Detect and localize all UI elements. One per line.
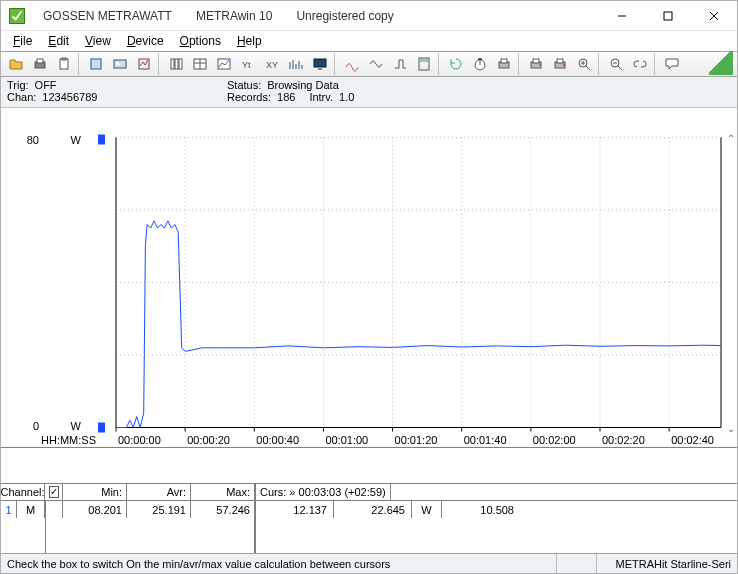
maximize-button[interactable]	[645, 1, 691, 31]
chart-svg: 800WW⌃⌄00:00:0000:00:2000:00:4000:01:000…	[1, 108, 737, 483]
menu-file[interactable]: File	[5, 33, 40, 49]
row-checkbox[interactable]	[45, 501, 63, 518]
calculator-icon[interactable]	[413, 53, 435, 75]
logger-icon[interactable]	[133, 53, 155, 75]
minimize-button[interactable]	[599, 1, 645, 31]
svg-text:HH:MM:SS: HH:MM:SS	[41, 434, 96, 446]
curs-c3: 10.508	[442, 501, 520, 518]
clipboard-icon[interactable]	[53, 53, 75, 75]
menu-bar: File Edit View Device Options Help	[1, 31, 737, 51]
menu-options[interactable]: Options	[172, 33, 229, 49]
fft-icon[interactable]	[285, 53, 307, 75]
status-bar: Check the box to switch On the min/avr/m…	[1, 553, 737, 573]
menu-view[interactable]: View	[77, 33, 119, 49]
zoom-in-icon[interactable]	[573, 53, 595, 75]
printer3-icon[interactable]	[549, 53, 571, 75]
svg-rect-65	[98, 423, 105, 433]
stopwatch-icon[interactable]	[469, 53, 491, 75]
toolbar: YtXY	[1, 51, 737, 77]
svg-text:00:01:00: 00:01:00	[325, 434, 368, 446]
chart-icon[interactable]	[213, 53, 235, 75]
svg-text:00:00:40: 00:00:40	[256, 434, 299, 446]
refresh-icon[interactable]	[445, 53, 467, 75]
svg-rect-27	[478, 58, 482, 60]
table-icon[interactable]	[189, 53, 211, 75]
app-icon	[9, 8, 25, 24]
link-icon[interactable]	[629, 53, 651, 75]
svg-text:W: W	[71, 420, 82, 432]
resize-grip-icon	[709, 51, 733, 75]
row-index: 1	[1, 501, 17, 518]
svg-text:Yt: Yt	[242, 60, 251, 70]
wave-icon[interactable]	[365, 53, 387, 75]
svg-line-41	[618, 66, 622, 70]
intrv-label: Intrv.	[309, 91, 333, 103]
svg-text:⌄: ⌄	[727, 423, 735, 434]
cursor-row: 12.137 22.645 W 10.508	[256, 501, 737, 518]
system-icon[interactable]	[109, 53, 131, 75]
printer1-icon[interactable]	[493, 53, 515, 75]
monitor-icon[interactable]	[309, 53, 331, 75]
device-icon[interactable]	[85, 53, 107, 75]
curs-c2-unit: W	[412, 501, 442, 518]
status-message: Check the box to switch On the min/avr/m…	[1, 554, 557, 573]
data-table: Channel: ✓ Min: Avr: Max: 1 M 08.201 25.…	[1, 483, 737, 553]
svg-text:00:00:00: 00:00:00	[118, 434, 161, 446]
close-button[interactable]	[691, 1, 737, 31]
svg-text:XY: XY	[266, 60, 278, 70]
svg-rect-29	[501, 59, 507, 63]
columns-icon[interactable]	[165, 53, 187, 75]
records-value: 186	[277, 91, 295, 103]
row-unit: M	[17, 501, 45, 518]
col-checkbox[interactable]: ✓	[45, 484, 63, 500]
chan-value: 123456789	[42, 91, 97, 103]
menu-device[interactable]: Device	[119, 33, 172, 49]
status-value: Browsing Data	[267, 79, 339, 91]
svg-text:00:02:00: 00:02:00	[533, 434, 576, 446]
curs-c1: 12.137	[256, 501, 334, 518]
curs-value: 00:03:03 (+02:59)	[299, 486, 386, 498]
svg-rect-64	[98, 135, 105, 145]
svg-rect-24	[420, 59, 428, 62]
menu-edit[interactable]: Edit	[40, 33, 77, 49]
title-company: GOSSEN METRAWATT	[31, 9, 184, 23]
chan-label: Chan:	[7, 91, 36, 103]
col-channel: Channel:	[1, 484, 45, 500]
svg-text:00:02:40: 00:02:40	[671, 434, 714, 446]
svg-line-37	[586, 66, 590, 70]
trigger-icon[interactable]	[389, 53, 411, 75]
svg-text:80: 80	[27, 134, 39, 146]
svg-rect-10	[116, 62, 119, 65]
svg-text:00:01:40: 00:01:40	[464, 434, 507, 446]
status-device: METRAHit Starline-Seri	[597, 554, 737, 573]
menu-help[interactable]: Help	[229, 33, 270, 49]
svg-text:00:02:20: 00:02:20	[602, 434, 645, 446]
trig-label: Trig:	[7, 79, 29, 91]
svg-rect-13	[175, 59, 178, 69]
signal-icon[interactable]	[341, 53, 363, 75]
comment-icon[interactable]	[661, 53, 683, 75]
status-slot-1	[557, 554, 597, 573]
trig-value: OFF	[35, 79, 57, 91]
yt-icon[interactable]: Yt	[237, 53, 259, 75]
svg-text:0: 0	[33, 420, 39, 432]
svg-rect-34	[557, 59, 563, 63]
xy-icon[interactable]: XY	[261, 53, 283, 75]
svg-text:⌃: ⌃	[727, 133, 735, 144]
printer2-icon[interactable]	[525, 53, 547, 75]
curs-label: Curs: »	[260, 486, 295, 498]
col-max: Max:	[191, 484, 255, 500]
title-license: Unregistered copy	[284, 9, 405, 23]
zoom-out-icon[interactable]	[605, 53, 627, 75]
svg-rect-1	[664, 12, 672, 20]
svg-rect-12	[171, 59, 174, 69]
svg-rect-8	[91, 59, 101, 69]
svg-rect-14	[179, 59, 182, 69]
print-icon[interactable]	[29, 53, 51, 75]
svg-point-32	[539, 64, 541, 66]
svg-text:00:01:20: 00:01:20	[395, 434, 438, 446]
chart-pane[interactable]: 800WW⌃⌄00:00:0000:00:2000:00:4000:01:000…	[1, 108, 737, 483]
row-min: 08.201	[63, 501, 127, 518]
svg-rect-7	[62, 58, 66, 60]
file-open-icon[interactable]	[5, 53, 27, 75]
